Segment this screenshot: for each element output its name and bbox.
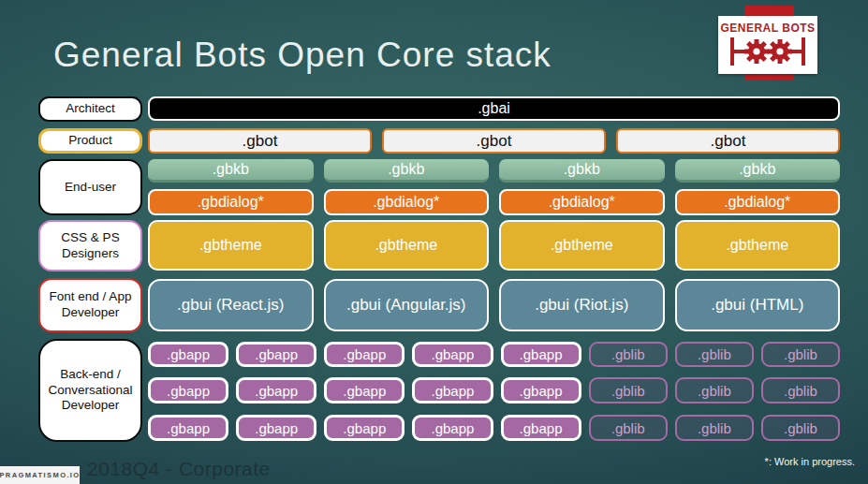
gbapp-box-r1c2: .gbapp: [236, 342, 316, 367]
gbot-box-3: .gbot: [616, 128, 840, 154]
role-label-css-ps-designers: CSS & PS Designers: [38, 220, 142, 271]
gbtheme-box-2: .gbtheme: [324, 220, 490, 271]
gbui-html-box: .gbui (HTML): [675, 279, 841, 331]
row-gbui: .gbui (React.js) .gbui (Angular.js) .gbu…: [148, 279, 840, 331]
gbapp-box-r2c3: .gbapp: [324, 377, 405, 403]
gbapp-box-r3c3: .gbapp: [324, 415, 405, 441]
gblib-box-r3c3: .gblib: [761, 415, 840, 441]
row-gbtheme: .gbtheme .gbtheme .gbtheme .gbtheme: [148, 220, 840, 271]
gbkb-box-3: .gbkb: [499, 159, 665, 183]
gbdialog-box-4: .gbdialog*: [675, 189, 841, 215]
gbapp-box-r1c3: .gbapp: [324, 342, 405, 367]
gblib-box-r2c2: .gblib: [675, 377, 754, 403]
gblib-box-r3c1: .gblib: [589, 415, 668, 441]
footer-edition-label: 2018Q4 - Corporate: [87, 458, 271, 480]
gbapp-box-r1c1: .gbapp: [148, 342, 228, 367]
gbai-box: .gbai: [148, 96, 840, 121]
gblib-box-r2c1: .gblib: [589, 377, 668, 403]
gbapp-box-r3c5: .gbapp: [501, 415, 581, 441]
row-gbapp-1: .gbapp .gbapp .gbapp .gbapp .gbapp .gbli…: [148, 342, 840, 367]
gbapp-box-r3c1: .gbapp: [148, 415, 228, 441]
gbkb-box-1: .gbkb: [148, 159, 314, 183]
role-label-end-user: End-user: [38, 159, 142, 215]
gbapp-box-r3c2: .gbapp: [236, 415, 316, 441]
gbapp-box-r3c4: .gbapp: [412, 415, 493, 441]
row-gbapp-3: .gbapp .gbapp .gbapp .gbapp .gbapp .gbli…: [148, 415, 840, 441]
gbdialog-box-3: .gbdialog*: [499, 189, 665, 215]
gbapp-box-r2c4: .gbapp: [412, 377, 493, 403]
row-gbdialog: .gbdialog* .gbdialog* .gbdialog* .gbdial…: [148, 189, 840, 215]
gbapp-box-r1c5: .gbapp: [501, 342, 581, 367]
gbapp-box-r2c1: .gbapp: [148, 377, 228, 403]
slide: General Bots Open Core stack GENERAL BOT…: [0, 0, 868, 484]
gbui-angular-box: .gbui (Angular.js): [324, 279, 490, 331]
gbtheme-box-1: .gbtheme: [148, 220, 314, 271]
gblib-box-r3c2: .gblib: [675, 415, 754, 441]
role-label-frontend-developer: Font end / App Developer: [38, 278, 142, 332]
gblib-box-r1c3: .gblib: [761, 342, 840, 367]
role-label-architect: Architect: [38, 96, 142, 122]
gblib-box-r1c1: .gblib: [589, 342, 668, 367]
gbdialog-box-2: .gbdialog*: [324, 189, 490, 215]
logo-text: GENERAL BOTS: [720, 22, 815, 34]
row-gbkb: .gbkb .gbkb .gbkb .gbkb: [148, 159, 840, 183]
gblib-box-r1c2: .gblib: [675, 342, 754, 367]
gbdialog-box-1: .gbdialog*: [148, 189, 314, 215]
gbtheme-box-3: .gbtheme: [499, 220, 665, 271]
gbapp-box-r2c5: .gbapp: [501, 377, 581, 403]
gbui-riot-box: .gbui (Riot.js): [499, 279, 665, 331]
general-bots-logo: GENERAL BOTS: [718, 16, 817, 74]
gblib-box-r2c3: .gblib: [761, 377, 840, 403]
gears-icon: [723, 34, 813, 69]
row-gbot: .gbot .gbot .gbot: [148, 128, 840, 154]
gbkb-box-2: .gbkb: [324, 159, 490, 183]
gbot-box-2: .gbot: [382, 128, 606, 154]
gbot-box-1: .gbot: [148, 128, 372, 154]
pragmatismo-logo: PRAGMATISMO.IO: [0, 466, 80, 484]
row-gbapp-2: .gbapp .gbapp .gbapp .gbapp .gbapp .gbli…: [148, 377, 840, 403]
gbtheme-box-4: .gbtheme: [675, 220, 841, 271]
gbapp-box-r1c4: .gbapp: [412, 342, 493, 367]
role-label-backend-developer: Back-end / Conversational Developer: [38, 339, 142, 442]
gbapp-box-r2c2: .gbapp: [236, 377, 316, 403]
row-gbai: .gbai: [148, 96, 840, 121]
gbui-react-box: .gbui (React.js): [148, 279, 314, 331]
gbkb-box-4: .gbkb: [675, 159, 841, 183]
work-in-progress-footnote: *: Work in progress.: [765, 456, 855, 467]
role-label-product: Product: [38, 128, 142, 154]
page-title: General Bots Open Core stack: [53, 36, 552, 75]
